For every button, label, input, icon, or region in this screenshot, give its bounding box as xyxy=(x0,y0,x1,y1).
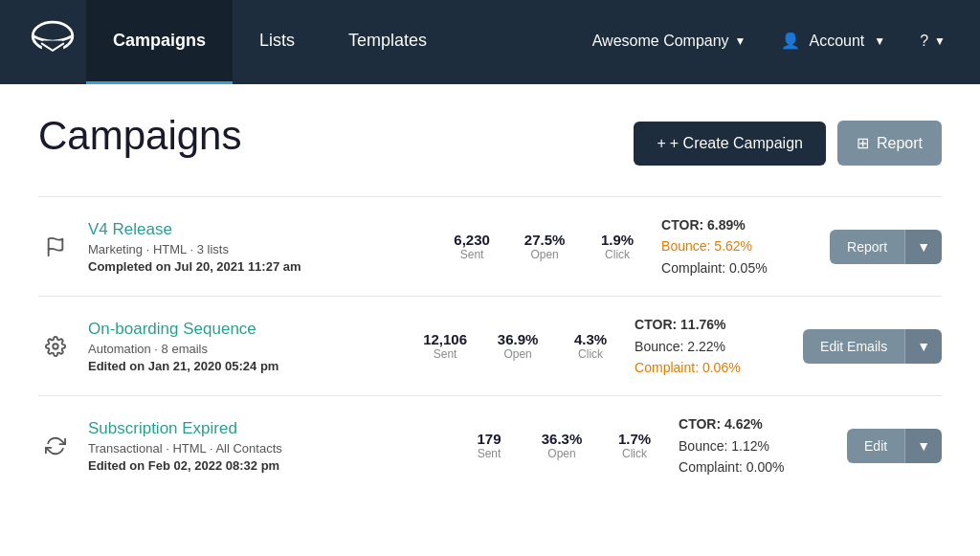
open-number: 27.5% xyxy=(516,232,573,248)
navigation: Campaigns Lists Templates Awesome Compan… xyxy=(0,0,980,84)
stat-open: 36.3% Open xyxy=(533,431,590,460)
stat-sent: 179 Sent xyxy=(460,431,518,460)
edit-emails-dropdown-button[interactable]: ▼ xyxy=(904,329,942,364)
sent-number: 12,106 xyxy=(416,331,474,347)
report-dropdown-button[interactable]: ▼ xyxy=(904,230,942,264)
page-header: Campaigns + + Create Campaign ⊞ Report xyxy=(38,113,942,166)
sent-number: 6,230 xyxy=(443,232,501,248)
campaign-status: Completed on Jul 20, 2021 11:27 am xyxy=(88,259,428,274)
svg-point-3 xyxy=(53,344,58,349)
logo[interactable] xyxy=(19,0,86,84)
campaign-name[interactable]: V4 Release xyxy=(88,220,172,238)
create-campaign-button[interactable]: + + Create Campaign xyxy=(634,122,826,166)
open-label: Open xyxy=(516,248,573,261)
help-chevron-icon: ▼ xyxy=(934,34,946,48)
complaint-metric: Complaint: 0.00% xyxy=(679,456,832,478)
campaign-meta: Transactional · HTML · All Contacts xyxy=(88,441,445,456)
campaign-info: On-boarding Sequence Automation · 8 emai… xyxy=(88,320,401,373)
open-number: 36.9% xyxy=(489,331,546,347)
campaign-name[interactable]: Subscription Expired xyxy=(88,419,237,437)
campaign-name[interactable]: On-boarding Sequence xyxy=(88,320,256,338)
report-button-top[interactable]: ⊞ Report xyxy=(837,121,942,166)
click-number: 1.9% xyxy=(589,232,646,248)
help-icon: ? xyxy=(920,33,928,50)
action-block: Edit ▼ xyxy=(847,429,942,463)
plus-icon: + xyxy=(657,135,665,152)
click-label: Click xyxy=(589,248,646,261)
svg-rect-1 xyxy=(42,40,63,56)
sent-label: Sent xyxy=(460,447,518,460)
edit-dropdown-button[interactable]: ▼ xyxy=(904,429,942,463)
stat-click: 1.9% Click xyxy=(589,232,646,261)
table-row: V4 Release Marketing · HTML · 3 lists Co… xyxy=(38,196,942,296)
report-grid-icon: ⊞ xyxy=(857,134,869,152)
edit-emails-button[interactable]: Edit Emails xyxy=(803,329,904,364)
edit-button[interactable]: Edit xyxy=(847,429,904,463)
sent-number: 179 xyxy=(460,431,518,447)
campaign-info: Subscription Expired Transactional · HTM… xyxy=(88,419,445,473)
ctor-metric: CTOR: 11.76% xyxy=(635,314,788,335)
stat-click: 4.3% Click xyxy=(562,331,619,361)
table-row: On-boarding Sequence Automation · 8 emai… xyxy=(38,296,942,395)
bounce-metric: Bounce: 1.12% xyxy=(679,435,832,456)
open-label: Open xyxy=(533,447,590,460)
header-actions: + + Create Campaign ⊞ Report xyxy=(634,121,942,166)
flag-icon xyxy=(38,236,73,257)
report-button[interactable]: Report xyxy=(830,230,904,264)
nav-account[interactable]: 👤 Account ▼ xyxy=(766,0,902,84)
metrics-block: CTOR: 4.62% Bounce: 1.12% Complaint: 0.0… xyxy=(679,413,832,478)
table-row: Subscription Expired Transactional · HTM… xyxy=(38,395,942,495)
open-number: 36.3% xyxy=(533,431,590,447)
click-label: Click xyxy=(606,447,663,460)
sent-label: Sent xyxy=(416,347,474,361)
nav-campaigns[interactable]: Campaigns xyxy=(86,0,233,84)
stat-sent: 6,230 Sent xyxy=(443,232,501,261)
bounce-metric: Bounce: 2.22% xyxy=(635,336,788,357)
stat-open: 36.9% Open xyxy=(489,331,546,361)
campaign-status: Edited on Jan 21, 2020 05:24 pm xyxy=(88,359,401,373)
company-chevron-icon: ▼ xyxy=(735,34,746,48)
campaign-status: Edited on Feb 02, 2022 08:32 pm xyxy=(88,458,445,473)
account-chevron-icon: ▼ xyxy=(874,34,885,48)
metrics-block: CTOR: 6.89% Bounce: 5.62% Complaint: 0.0… xyxy=(661,214,814,278)
metrics-block: CTOR: 11.76% Bounce: 2.22% Complaint: 0.… xyxy=(635,314,788,378)
click-number: 1.7% xyxy=(606,431,663,447)
action-block: Edit Emails ▼ xyxy=(803,329,942,364)
campaign-meta: Automation · 8 emails xyxy=(88,342,401,356)
main-content: Campaigns + + Create Campaign ⊞ Report V… xyxy=(0,84,980,556)
nav-templates[interactable]: Templates xyxy=(322,0,454,84)
stat-open: 27.5% Open xyxy=(516,232,573,261)
ctor-metric: CTOR: 4.62% xyxy=(679,413,832,434)
bounce-metric: Bounce: 5.62% xyxy=(661,235,814,256)
nav-lists[interactable]: Lists xyxy=(233,0,322,84)
open-label: Open xyxy=(489,347,546,361)
complaint-metric: Complaint: 0.06% xyxy=(635,357,788,378)
page-title: Campaigns xyxy=(38,113,241,159)
action-block: Report ▼ xyxy=(830,230,942,264)
campaign-meta: Marketing · HTML · 3 lists xyxy=(88,242,428,256)
account-icon: 👤 xyxy=(781,32,800,50)
nav-company[interactable]: Awesome Company ▼ xyxy=(577,0,762,84)
click-label: Click xyxy=(562,347,619,361)
click-number: 4.3% xyxy=(562,331,619,347)
stat-sent: 12,106 Sent xyxy=(416,331,474,361)
refresh-icon xyxy=(38,435,73,456)
sent-label: Sent xyxy=(443,248,501,261)
ctor-metric: CTOR: 6.89% xyxy=(661,214,814,235)
campaign-info: V4 Release Marketing · HTML · 3 lists Co… xyxy=(88,220,428,274)
campaigns-list: V4 Release Marketing · HTML · 3 lists Co… xyxy=(38,196,942,496)
nav-help[interactable]: ? ▼ xyxy=(904,0,961,84)
gear-icon xyxy=(38,336,73,357)
complaint-metric: Complaint: 0.05% xyxy=(661,257,814,278)
stat-click: 1.7% Click xyxy=(606,431,663,460)
